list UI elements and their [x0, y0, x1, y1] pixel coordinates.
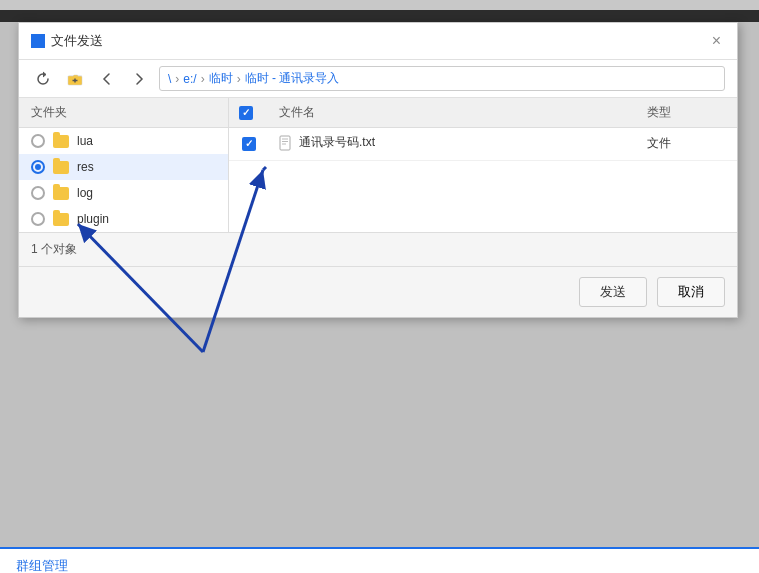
folder-item[interactable]: res: [19, 154, 228, 180]
checkbox-col-header: [229, 98, 269, 128]
file-table: 文件名 类型: [229, 98, 737, 161]
header-checkbox[interactable]: [239, 106, 253, 120]
table-row[interactable]: 通讯录号码.txt 文件: [229, 128, 737, 161]
content-area: 文件夹 lua res: [19, 98, 737, 232]
send-button[interactable]: 发送: [579, 277, 647, 307]
file-doc-icon: [279, 135, 293, 151]
path-drive[interactable]: e:/: [183, 72, 196, 86]
left-panel: 文件夹 lua res: [19, 98, 229, 232]
folder-icon: [53, 161, 69, 174]
folder-radio-checked[interactable]: [31, 160, 45, 174]
bottom-actions: 发送 取消: [19, 266, 737, 317]
folder-icon: [53, 213, 69, 226]
filename-col-header: 文件名: [269, 98, 637, 128]
cancel-button[interactable]: 取消: [657, 277, 725, 307]
row-filename-cell: 通讯录号码.txt: [269, 128, 637, 161]
path-dir1[interactable]: 临时: [209, 70, 233, 87]
folder-radio[interactable]: [31, 212, 45, 226]
folder-name: log: [77, 186, 93, 200]
bottom-bar-label: 群组管理: [16, 558, 68, 573]
new-folder-button[interactable]: [63, 67, 87, 91]
title-bar: 文件发送 ×: [19, 23, 737, 60]
row-type-cell: 文件: [637, 128, 737, 161]
folder-item[interactable]: log: [19, 180, 228, 206]
folder-name: res: [77, 160, 94, 174]
folder-radio[interactable]: [31, 186, 45, 200]
path-dir2[interactable]: 临时 - 通讯录导入: [245, 70, 340, 87]
path-root: \: [168, 72, 171, 86]
folder-icon: [53, 187, 69, 200]
toolbar: \ › e:/ › 临时 › 临时 - 通讯录导入: [19, 60, 737, 98]
folder-icon: [53, 135, 69, 148]
row-checkbox-cell[interactable]: [229, 128, 269, 161]
folder-name: lua: [77, 134, 93, 148]
folder-name: plugin: [77, 212, 109, 226]
status-text: 1 个对象: [31, 242, 77, 256]
forward-button[interactable]: [127, 67, 151, 91]
dialog-title: 文件发送: [51, 32, 103, 50]
file-checkbox[interactable]: [242, 137, 256, 151]
status-bar: 1 个对象: [19, 232, 737, 266]
type-col-header: 类型: [637, 98, 737, 128]
folder-col-label: 文件夹: [31, 104, 67, 121]
back-button[interactable]: [95, 67, 119, 91]
path-bar: \ › e:/ › 临时 › 临时 - 通讯录导入: [159, 66, 725, 91]
close-button[interactable]: ×: [708, 31, 725, 51]
svg-rect-3: [280, 136, 290, 150]
file-name: 通讯录号码.txt: [299, 134, 375, 151]
title-icon: [31, 34, 45, 48]
left-panel-header: 文件夹: [19, 98, 228, 128]
bottom-bar[interactable]: 群组管理: [0, 547, 759, 573]
folder-item[interactable]: lua: [19, 128, 228, 154]
folder-radio[interactable]: [31, 134, 45, 148]
folder-item[interactable]: plugin: [19, 206, 228, 232]
folder-list: lua res log: [19, 128, 228, 232]
right-panel: 文件名 类型: [229, 98, 737, 232]
refresh-button[interactable]: [31, 67, 55, 91]
